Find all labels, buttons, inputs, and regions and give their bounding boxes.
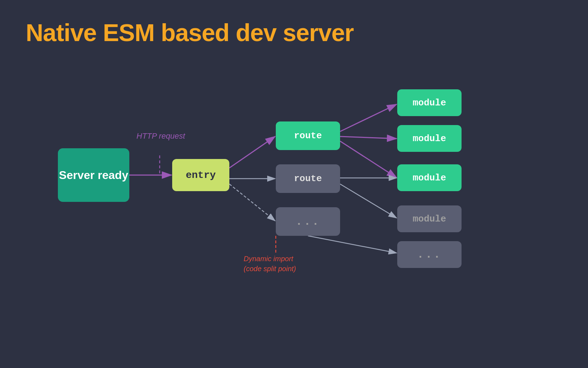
svg-line-7 (229, 184, 275, 221)
route-gray-node: route (276, 164, 340, 193)
diagram: Server ready HTTP request entry route ro… (26, 79, 569, 322)
http-request-label: HTTP request (136, 131, 185, 141)
svg-line-10 (340, 141, 397, 178)
svg-line-8 (340, 104, 397, 131)
dots-node: ... (276, 207, 340, 236)
module-1-node: module (397, 89, 462, 116)
module-4-node: module (397, 205, 462, 232)
module-3-node: module (397, 164, 462, 191)
module-2-node: module (397, 125, 462, 152)
svg-line-5 (229, 136, 275, 168)
module-5-node: ... (397, 241, 462, 268)
svg-line-13 (308, 236, 397, 253)
svg-line-9 (340, 136, 397, 139)
entry-node: entry (172, 159, 229, 191)
dynamic-import-label: Dynamic import(code split point) (244, 254, 296, 274)
svg-line-12 (340, 184, 397, 218)
page-title: Native ESM based dev server (26, 19, 354, 46)
route-green-node: route (276, 121, 340, 150)
server-ready-node: Server ready (58, 148, 129, 202)
